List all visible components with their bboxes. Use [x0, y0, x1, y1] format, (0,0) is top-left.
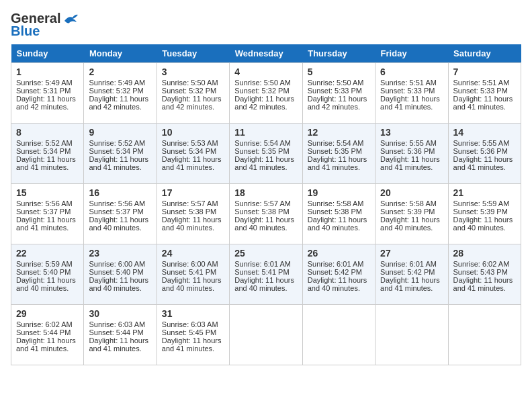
- sunrise-text: Sunrise: 5:58 AM: [380, 199, 437, 208]
- sunset-text: Sunset: 5:37 PM: [16, 208, 71, 216]
- sunrise-text: Sunrise: 5:50 AM: [308, 79, 364, 87]
- sunrise-text: Sunrise: 5:55 AM: [380, 139, 437, 147]
- day-number: 4: [234, 66, 297, 77]
- sunrise-text: Sunrise: 5:50 AM: [162, 79, 218, 87]
- sunrise-text: Sunrise: 5:52 AM: [89, 139, 145, 147]
- day-number: 18: [234, 187, 297, 198]
- logo-bird-icon: [63, 13, 78, 25]
- sunrise-text: Sunrise: 6:03 AM: [162, 320, 218, 328]
- day-number: 12: [308, 127, 370, 138]
- daylight-text: Daylight: 11 hours and 40 minutes.: [89, 276, 148, 292]
- week-row-1: 1Sunrise: 5:49 AMSunset: 5:31 PMDaylight…: [11, 63, 521, 124]
- calendar-cell: [302, 305, 375, 365]
- sunset-text: Sunset: 5:36 PM: [453, 147, 508, 155]
- calendar-table: SundayMondayTuesdayWednesdayThursdayFrid…: [11, 44, 521, 365]
- day-number: 30: [89, 308, 151, 319]
- sunset-text: Sunset: 5:31 PM: [16, 87, 71, 95]
- calendar-cell: 25Sunrise: 6:01 AMSunset: 5:41 PMDayligh…: [230, 244, 302, 305]
- sunset-text: Sunset: 5:39 PM: [453, 208, 508, 216]
- calendar-cell: 13Sunrise: 5:55 AMSunset: 5:36 PMDayligh…: [375, 124, 448, 184]
- logo: General Blue: [11, 11, 78, 39]
- sunrise-text: Sunrise: 5:53 AM: [162, 139, 218, 147]
- day-number: 27: [380, 248, 443, 259]
- calendar-cell: 12Sunrise: 5:54 AMSunset: 5:35 PMDayligh…: [302, 124, 375, 184]
- daylight-text: Daylight: 11 hours and 40 minutes.: [162, 276, 222, 292]
- day-number: 14: [453, 127, 516, 138]
- week-row-3: 15Sunrise: 5:56 AMSunset: 5:37 PMDayligh…: [11, 184, 521, 244]
- sunrise-text: Sunrise: 5:49 AM: [89, 79, 145, 87]
- daylight-text: Daylight: 11 hours and 40 minutes.: [162, 216, 222, 232]
- calendar-cell: 15Sunrise: 5:56 AMSunset: 5:37 PMDayligh…: [11, 184, 84, 244]
- day-number: 22: [16, 248, 79, 259]
- day-number: 6: [380, 66, 443, 77]
- day-number: 16: [89, 187, 151, 198]
- day-number: 25: [234, 248, 297, 259]
- day-number: 31: [162, 308, 224, 319]
- sunrise-text: Sunrise: 6:02 AM: [16, 320, 73, 328]
- sunset-text: Sunset: 5:41 PM: [234, 268, 289, 276]
- calendar-cell: 21Sunrise: 5:59 AMSunset: 5:39 PMDayligh…: [448, 184, 521, 244]
- daylight-text: Daylight: 11 hours and 41 minutes.: [16, 336, 76, 353]
- calendar-cell: 30Sunrise: 6:03 AMSunset: 5:44 PMDayligh…: [84, 305, 157, 365]
- daylight-text: Daylight: 11 hours and 41 minutes.: [16, 216, 76, 232]
- logo-blue-text: Blue: [11, 24, 40, 39]
- day-number: 19: [308, 187, 370, 198]
- day-number: 28: [453, 248, 516, 259]
- daylight-text: Daylight: 11 hours and 41 minutes.: [453, 95, 513, 111]
- daylight-text: Daylight: 11 hours and 41 minutes.: [380, 276, 440, 292]
- sunset-text: Sunset: 5:34 PM: [162, 147, 216, 155]
- calendar-cell: 2Sunrise: 5:49 AMSunset: 5:32 PMDaylight…: [84, 63, 157, 124]
- day-number: 21: [453, 187, 516, 198]
- sunrise-text: Sunrise: 6:00 AM: [162, 260, 218, 268]
- sunrise-text: Sunrise: 6:01 AM: [380, 260, 437, 268]
- sunset-text: Sunset: 5:32 PM: [89, 87, 143, 95]
- day-number: 9: [89, 127, 151, 138]
- sunset-text: Sunset: 5:36 PM: [380, 147, 435, 155]
- sunset-text: Sunset: 5:44 PM: [89, 328, 143, 336]
- sunrise-text: Sunrise: 5:49 AM: [16, 79, 73, 87]
- sunset-text: Sunset: 5:38 PM: [308, 208, 362, 216]
- sunset-text: Sunset: 5:32 PM: [234, 87, 289, 95]
- daylight-text: Daylight: 11 hours and 41 minutes.: [308, 155, 367, 171]
- sunrise-text: Sunrise: 6:03 AM: [89, 320, 145, 328]
- daylight-text: Daylight: 11 hours and 40 minutes.: [89, 216, 148, 232]
- day-number: 24: [162, 248, 224, 259]
- day-number: 29: [16, 308, 79, 319]
- calendar-cell: 31Sunrise: 6:03 AMSunset: 5:45 PMDayligh…: [157, 305, 229, 365]
- week-row-4: 22Sunrise: 5:59 AMSunset: 5:40 PMDayligh…: [11, 244, 521, 305]
- daylight-text: Daylight: 11 hours and 41 minutes.: [380, 155, 440, 171]
- calendar-cell: 8Sunrise: 5:52 AMSunset: 5:34 PMDaylight…: [11, 124, 84, 184]
- daylight-text: Daylight: 11 hours and 40 minutes.: [234, 276, 294, 292]
- sunrise-text: Sunrise: 5:55 AM: [453, 139, 510, 147]
- calendar-cell: 5Sunrise: 5:50 AMSunset: 5:33 PMDaylight…: [302, 63, 375, 124]
- sunrise-text: Sunrise: 6:01 AM: [234, 260, 291, 268]
- sunrise-text: Sunrise: 5:52 AM: [16, 139, 73, 147]
- sunset-text: Sunset: 5:45 PM: [162, 328, 216, 336]
- sunset-text: Sunset: 5:41 PM: [162, 268, 216, 276]
- day-number: 11: [234, 127, 297, 138]
- sunset-text: Sunset: 5:38 PM: [234, 208, 289, 216]
- calendar-cell: 1Sunrise: 5:49 AMSunset: 5:31 PMDaylight…: [11, 63, 84, 124]
- calendar-cell: [230, 305, 302, 365]
- sunrise-text: Sunrise: 5:56 AM: [89, 199, 145, 208]
- week-row-2: 8Sunrise: 5:52 AMSunset: 5:34 PMDaylight…: [11, 124, 521, 184]
- calendar-cell: 6Sunrise: 5:51 AMSunset: 5:33 PMDaylight…: [375, 63, 448, 124]
- calendar-cell: 28Sunrise: 6:02 AMSunset: 5:43 PMDayligh…: [448, 244, 521, 305]
- header-wednesday: Wednesday: [230, 44, 302, 63]
- daylight-text: Daylight: 11 hours and 41 minutes.: [162, 155, 222, 171]
- sunset-text: Sunset: 5:43 PM: [453, 268, 508, 276]
- daylight-text: Daylight: 11 hours and 40 minutes.: [380, 216, 440, 232]
- daylight-text: Daylight: 11 hours and 40 minutes.: [453, 216, 513, 232]
- calendar-cell: 20Sunrise: 5:58 AMSunset: 5:39 PMDayligh…: [375, 184, 448, 244]
- daylight-text: Daylight: 11 hours and 42 minutes.: [234, 95, 294, 111]
- calendar-cell: 10Sunrise: 5:53 AMSunset: 5:34 PMDayligh…: [157, 124, 229, 184]
- day-number: 10: [162, 127, 224, 138]
- day-number: 1: [16, 66, 79, 77]
- sunrise-text: Sunrise: 5:51 AM: [380, 79, 437, 87]
- sunset-text: Sunset: 5:35 PM: [308, 147, 362, 155]
- daylight-text: Daylight: 11 hours and 41 minutes.: [162, 336, 222, 353]
- daylight-text: Daylight: 11 hours and 41 minutes.: [380, 95, 440, 111]
- daylight-text: Daylight: 11 hours and 41 minutes.: [16, 155, 76, 171]
- calendar-cell: 27Sunrise: 6:01 AMSunset: 5:42 PMDayligh…: [375, 244, 448, 305]
- daylight-text: Daylight: 11 hours and 42 minutes.: [162, 95, 222, 111]
